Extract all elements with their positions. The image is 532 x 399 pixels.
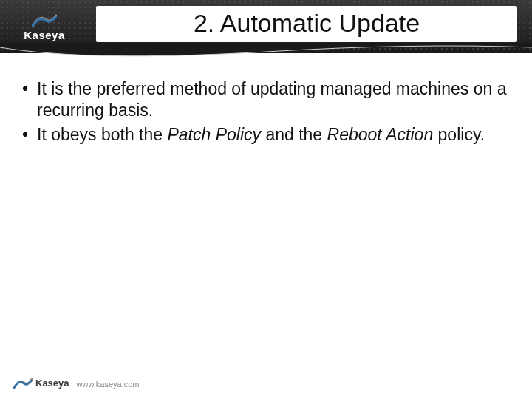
footer-logo: Kaseya <box>13 377 69 389</box>
list-item: It obeys both the Patch Policy and the R… <box>21 124 511 146</box>
bullet-text: It is the preferred method of updating m… <box>37 79 506 120</box>
slide-title: 2. Automatic Update <box>96 6 517 42</box>
bullet-text: It obeys both the <box>37 125 167 144</box>
footer-logo-text: Kaseya <box>35 378 69 389</box>
kaseya-logo-icon <box>13 377 33 389</box>
list-item: It is the preferred method of updating m… <box>21 78 511 121</box>
bullet-italic: Patch Policy <box>167 125 261 144</box>
bullet-text: policy. <box>433 125 485 144</box>
bullet-text: and the <box>261 125 327 144</box>
header-logo-text: Kaseya <box>24 29 65 41</box>
slide-header: Kaseya 2. Automatic Update <box>0 0 532 53</box>
kaseya-logo-icon <box>32 13 57 27</box>
footer-url: www.kaseya.com <box>77 378 332 389</box>
slide-body: It is the preferred method of updating m… <box>0 53 532 145</box>
slide-footer: Kaseya www.kaseya.com <box>13 377 332 389</box>
header-logo: Kaseya <box>7 6 81 47</box>
bullet-italic: Reboot Action <box>327 125 434 144</box>
bullet-list: It is the preferred method of updating m… <box>21 78 511 145</box>
